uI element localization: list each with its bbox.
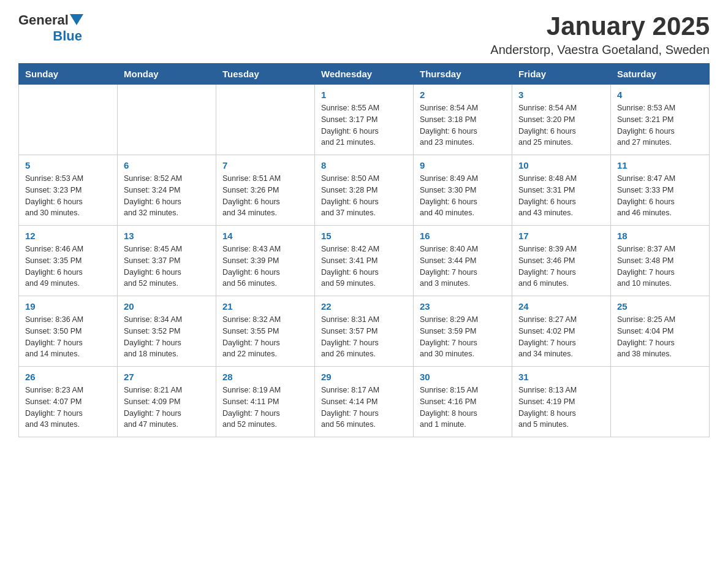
day-number: 15 [321,231,407,241]
calendar-week-row: 12Sunrise: 8:46 AMSunset: 3:35 PMDayligh… [19,226,710,296]
day-number: 25 [617,301,703,312]
weekday-header-sunday: Sunday [19,64,118,85]
day-info: Sunrise: 8:42 AMSunset: 3:41 PMDaylight:… [321,243,407,289]
calendar-cell: 28Sunrise: 8:19 AMSunset: 4:11 PMDayligh… [216,367,315,437]
calendar-cell: 19Sunrise: 8:36 AMSunset: 3:50 PMDayligh… [19,296,118,367]
day-number: 5 [25,160,111,170]
day-number: 8 [321,160,407,170]
calendar-cell: 6Sunrise: 8:52 AMSunset: 3:24 PMDaylight… [118,155,216,226]
calendar-cell: 31Sunrise: 8:13 AMSunset: 4:19 PMDayligh… [512,367,611,437]
day-info: Sunrise: 8:19 AMSunset: 4:11 PMDaylight:… [222,385,308,431]
day-info: Sunrise: 8:53 AMSunset: 3:23 PMDaylight:… [25,173,111,219]
svg-marker-0 [70,14,83,25]
calendar-cell: 18Sunrise: 8:37 AMSunset: 3:48 PMDayligh… [611,226,710,296]
day-info: Sunrise: 8:52 AMSunset: 3:24 PMDaylight:… [124,173,210,219]
day-number: 12 [25,231,111,241]
calendar-week-row: 5Sunrise: 8:53 AMSunset: 3:23 PMDaylight… [19,155,710,226]
calendar-cell: 30Sunrise: 8:15 AMSunset: 4:16 PMDayligh… [414,367,512,437]
day-info: Sunrise: 8:25 AMSunset: 4:04 PMDaylight:… [617,314,703,360]
day-info: Sunrise: 8:45 AMSunset: 3:37 PMDaylight:… [124,243,210,289]
calendar-cell: 1Sunrise: 8:55 AMSunset: 3:17 PMDaylight… [315,85,414,155]
day-number: 23 [420,301,506,312]
weekday-header-friday: Friday [512,64,611,85]
weekday-header-monday: Monday [118,64,216,85]
calendar-cell [118,85,216,155]
calendar-cell: 12Sunrise: 8:46 AMSunset: 3:35 PMDayligh… [19,226,118,296]
calendar-cell: 20Sunrise: 8:34 AMSunset: 3:52 PMDayligh… [118,296,216,367]
day-info: Sunrise: 8:51 AMSunset: 3:26 PMDaylight:… [222,173,308,219]
day-info: Sunrise: 8:13 AMSunset: 4:19 PMDaylight:… [518,385,604,431]
weekday-header-tuesday: Tuesday [216,64,315,85]
calendar-header-row: SundayMondayTuesdayWednesdayThursdayFrid… [19,64,710,85]
calendar-cell: 22Sunrise: 8:31 AMSunset: 3:57 PMDayligh… [315,296,414,367]
day-info: Sunrise: 8:23 AMSunset: 4:07 PMDaylight:… [25,385,111,431]
day-number: 26 [25,372,111,382]
page-header: General Blue January 2025 Anderstorp, Va… [18,12,710,57]
day-number: 11 [617,160,703,170]
day-number: 22 [321,301,407,312]
calendar-cell: 4Sunrise: 8:53 AMSunset: 3:21 PMDaylight… [611,85,710,155]
calendar-cell [19,85,118,155]
day-info: Sunrise: 8:37 AMSunset: 3:48 PMDaylight:… [617,243,703,289]
calendar-cell [611,367,710,437]
calendar-cell: 29Sunrise: 8:17 AMSunset: 4:14 PMDayligh… [315,367,414,437]
day-number: 1 [321,90,407,100]
day-info: Sunrise: 8:54 AMSunset: 3:20 PMDaylight:… [518,102,604,148]
calendar-cell: 7Sunrise: 8:51 AMSunset: 3:26 PMDaylight… [216,155,315,226]
calendar-cell: 11Sunrise: 8:47 AMSunset: 3:33 PMDayligh… [611,155,710,226]
day-number: 29 [321,372,407,382]
title-section: January 2025 Anderstorp, Vaestra Goetala… [490,12,710,57]
logo-general: General [18,12,69,28]
day-number: 19 [25,301,111,312]
weekday-header-wednesday: Wednesday [315,64,414,85]
day-info: Sunrise: 8:43 AMSunset: 3:39 PMDaylight:… [222,243,308,289]
calendar-cell: 17Sunrise: 8:39 AMSunset: 3:46 PMDayligh… [512,226,611,296]
calendar-cell: 3Sunrise: 8:54 AMSunset: 3:20 PMDaylight… [512,85,611,155]
calendar-cell: 5Sunrise: 8:53 AMSunset: 3:23 PMDaylight… [19,155,118,226]
logo: General Blue [18,12,83,44]
calendar-table: SundayMondayTuesdayWednesdayThursdayFrid… [18,63,710,437]
day-number: 4 [617,90,703,100]
calendar-cell: 9Sunrise: 8:49 AMSunset: 3:30 PMDaylight… [414,155,512,226]
day-info: Sunrise: 8:47 AMSunset: 3:33 PMDaylight:… [617,173,703,219]
day-info: Sunrise: 8:46 AMSunset: 3:35 PMDaylight:… [25,243,111,289]
calendar-cell: 16Sunrise: 8:40 AMSunset: 3:44 PMDayligh… [414,226,512,296]
day-number: 27 [124,372,210,382]
day-info: Sunrise: 8:17 AMSunset: 4:14 PMDaylight:… [321,385,407,431]
calendar-cell: 2Sunrise: 8:54 AMSunset: 3:18 PMDaylight… [414,85,512,155]
day-info: Sunrise: 8:21 AMSunset: 4:09 PMDaylight:… [124,385,210,431]
calendar-cell [216,85,315,155]
day-number: 10 [518,160,604,170]
calendar-cell: 27Sunrise: 8:21 AMSunset: 4:09 PMDayligh… [118,367,216,437]
day-info: Sunrise: 8:39 AMSunset: 3:46 PMDaylight:… [518,243,604,289]
day-info: Sunrise: 8:27 AMSunset: 4:02 PMDaylight:… [518,314,604,360]
logo-blue: Blue [53,28,82,44]
day-info: Sunrise: 8:15 AMSunset: 4:16 PMDaylight:… [420,385,506,431]
day-number: 28 [222,372,308,382]
day-info: Sunrise: 8:54 AMSunset: 3:18 PMDaylight:… [420,102,506,148]
calendar-cell: 26Sunrise: 8:23 AMSunset: 4:07 PMDayligh… [19,367,118,437]
day-number: 24 [518,301,604,312]
calendar-cell: 15Sunrise: 8:42 AMSunset: 3:41 PMDayligh… [315,226,414,296]
day-info: Sunrise: 8:32 AMSunset: 3:55 PMDaylight:… [222,314,308,360]
calendar-cell: 10Sunrise: 8:48 AMSunset: 3:31 PMDayligh… [512,155,611,226]
day-info: Sunrise: 8:55 AMSunset: 3:17 PMDaylight:… [321,102,407,148]
day-number: 6 [124,160,210,170]
day-number: 3 [518,90,604,100]
calendar-week-row: 1Sunrise: 8:55 AMSunset: 3:17 PMDaylight… [19,85,710,155]
day-info: Sunrise: 8:48 AMSunset: 3:31 PMDaylight:… [518,173,604,219]
day-number: 30 [420,372,506,382]
day-number: 18 [617,231,703,241]
day-info: Sunrise: 8:49 AMSunset: 3:30 PMDaylight:… [420,173,506,219]
day-number: 16 [420,231,506,241]
day-info: Sunrise: 8:40 AMSunset: 3:44 PMDaylight:… [420,243,506,289]
main-title: January 2025 [490,12,710,40]
day-info: Sunrise: 8:53 AMSunset: 3:21 PMDaylight:… [617,102,703,148]
day-info: Sunrise: 8:36 AMSunset: 3:50 PMDaylight:… [25,314,111,360]
calendar-cell: 13Sunrise: 8:45 AMSunset: 3:37 PMDayligh… [118,226,216,296]
calendar-cell: 25Sunrise: 8:25 AMSunset: 4:04 PMDayligh… [611,296,710,367]
day-info: Sunrise: 8:50 AMSunset: 3:28 PMDaylight:… [321,173,407,219]
calendar-cell: 23Sunrise: 8:29 AMSunset: 3:59 PMDayligh… [414,296,512,367]
day-number: 14 [222,231,308,241]
weekday-header-thursday: Thursday [414,64,512,85]
